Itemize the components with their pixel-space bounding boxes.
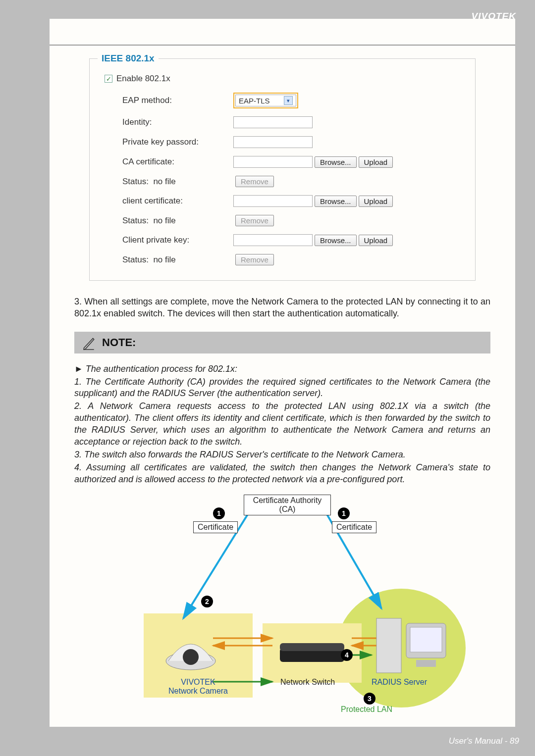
clientkey-remove-button[interactable]: Remove xyxy=(235,254,274,265)
pkpass-label: Private key passord: xyxy=(105,137,233,147)
clientcert-remove-button[interactable]: Remove xyxy=(235,215,274,226)
svg-rect-16 xyxy=(416,660,436,667)
identity-input[interactable] xyxy=(233,116,313,128)
ca-remove-button[interactable]: Remove xyxy=(235,176,274,187)
note-item-4: 4. Assuming all certificates are validat… xyxy=(74,462,490,486)
certificate-box-right: Certificate xyxy=(332,521,376,533)
ca-row: CA certificate: Browse... Upload xyxy=(105,156,465,168)
step-3-paragraph: 3. When all settings are complete, move … xyxy=(74,296,490,320)
pkpass-input[interactable] xyxy=(233,136,313,148)
camera-label: VIVOTEK Network Camera xyxy=(154,678,243,696)
ca-label: CA certificate: xyxy=(105,157,233,167)
header-rule xyxy=(50,45,515,46)
svg-rect-12 xyxy=(280,643,344,651)
note-body: ► The authentication process for 802.1x:… xyxy=(74,363,490,486)
clientcert-browse-button[interactable]: Browse... xyxy=(315,196,357,207)
step-1-badge-left: 1 xyxy=(213,507,225,519)
eap-row: EAP method: EAP-TLS ▾ xyxy=(105,93,465,108)
svg-rect-13 xyxy=(376,618,401,673)
ca-browse-button[interactable]: Browse... xyxy=(315,156,357,168)
ca-status-row: Status: no file Remove xyxy=(105,176,465,187)
pencil-icon xyxy=(82,335,95,350)
note-item-2: 2. A Network Camera requests access to t… xyxy=(74,401,490,448)
eap-select-highlight: EAP-TLS ▾ xyxy=(233,93,298,108)
clientkey-status-row: Status: no file Remove xyxy=(105,254,465,265)
ca-upload-button[interactable]: Upload xyxy=(359,156,393,168)
clientkey-label: Client private key: xyxy=(105,235,233,245)
footer: User's Manual - 89 xyxy=(449,736,519,746)
step-3-badge: 3 xyxy=(364,693,375,705)
enable-row: ✓ Enable 802.1x xyxy=(105,74,465,84)
ieee8021x-panel: IEEE 802.1x ✓ Enable 802.1x EAP method: … xyxy=(89,58,476,281)
switch-label: Network Switch xyxy=(280,678,335,687)
eap-label: EAP method: xyxy=(105,96,233,105)
clientcert-upload-button[interactable]: Upload xyxy=(359,196,393,207)
clientcert-file-input[interactable] xyxy=(233,195,313,207)
auth-diagram: Certificate Authority (CA) Certificate C… xyxy=(104,495,461,722)
protected-lan-label: Protected LAN xyxy=(341,705,392,714)
step-1-badge-right: 1 xyxy=(338,507,350,519)
clientkey-browse-button[interactable]: Browse... xyxy=(315,235,357,246)
identity-row: Identity: xyxy=(105,116,465,128)
ca-box: Certificate Authority (CA) xyxy=(244,495,331,515)
eap-value: EAP-TLS xyxy=(239,97,270,105)
note-item-1: 1. The Certificate Authority (CA) provid… xyxy=(74,376,490,400)
panel-legend: IEEE 802.1x xyxy=(98,53,159,64)
switch-icon xyxy=(277,638,347,668)
page: IEEE 802.1x ✓ Enable 802.1x EAP method: … xyxy=(50,19,515,727)
clientcert-status-label: Status: no file xyxy=(105,216,233,226)
svg-rect-15 xyxy=(410,627,442,652)
clientkey-row: Client private key: Browse... Upload xyxy=(105,234,465,246)
note-intro: ► The authentication process for 802.1x: xyxy=(74,363,490,375)
note-title: NOTE: xyxy=(102,336,136,349)
identity-label: Identity: xyxy=(105,117,233,127)
enable-checkbox[interactable]: ✓ xyxy=(105,75,112,83)
content: IEEE 802.1x ✓ Enable 802.1x EAP method: … xyxy=(50,19,515,722)
pkpass-row: Private key passord: xyxy=(105,136,465,148)
svg-point-10 xyxy=(183,649,199,665)
ca-status-label: Status: no file xyxy=(105,177,233,187)
ca-file-input[interactable] xyxy=(233,156,313,168)
clientcert-row: client certificate: Browse... Upload xyxy=(105,195,465,207)
clientkey-file-input[interactable] xyxy=(233,234,313,246)
eap-select[interactable]: EAP-TLS ▾ xyxy=(235,95,296,106)
note-item-3: 3. The switch also forwards the RADIUS S… xyxy=(74,449,490,461)
certificate-box-left: Certificate xyxy=(193,521,238,533)
clientcert-label: client certificate: xyxy=(105,196,233,206)
camera-icon xyxy=(163,622,218,672)
radius-label: RADIUS Server xyxy=(372,678,427,687)
clientcert-status-row: Status: no file Remove xyxy=(105,215,465,226)
enable-label: Enable 802.1x xyxy=(116,74,170,84)
step-2-badge: 2 xyxy=(201,596,213,607)
clientkey-upload-button[interactable]: Upload xyxy=(359,235,393,246)
server-icon xyxy=(372,608,451,678)
note-bar: NOTE: xyxy=(74,332,490,353)
step-4-badge: 4 xyxy=(341,649,353,661)
chevron-down-icon[interactable]: ▾ xyxy=(284,96,293,105)
clientkey-status-label: Status: no file xyxy=(105,255,233,265)
